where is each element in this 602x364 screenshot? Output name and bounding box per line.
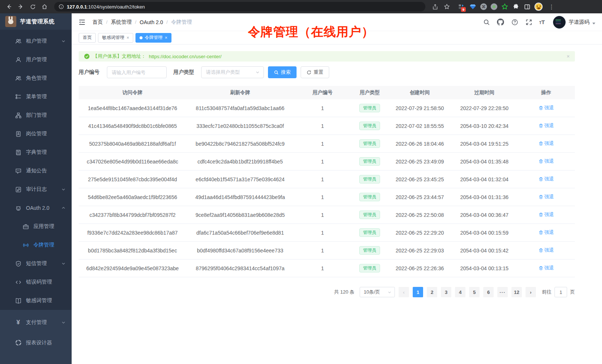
page-ellipsis[interactable]: ··· xyxy=(497,287,508,297)
token-broadcast-icon xyxy=(22,242,29,248)
page-button-6[interactable]: 6 xyxy=(483,287,494,297)
sidebar-item-0[interactable]: 租户管理 xyxy=(0,32,72,50)
user-type-badge: 管理员 xyxy=(359,264,380,272)
browser-forward-icon[interactable] xyxy=(16,1,26,12)
browser-back-icon[interactable] xyxy=(4,1,14,12)
trash-icon xyxy=(539,266,543,271)
user-menu[interactable]: 芋道源码 xyxy=(553,16,595,29)
browser-home-icon[interactable] xyxy=(39,1,50,12)
page-button-5[interactable]: 5 xyxy=(469,287,480,297)
sidebar-item-14[interactable]: 敏感词管理 xyxy=(0,291,72,310)
page-button-1[interactable]: 1 xyxy=(413,287,423,297)
action-cell: 强退 xyxy=(517,265,575,272)
sidebar-item-7[interactable]: 通知公告 xyxy=(0,162,72,180)
tab-2[interactable]: 令牌管理× xyxy=(135,33,171,43)
sidebar-item-1[interactable]: 用户管理 xyxy=(0,50,72,69)
share-icon[interactable] xyxy=(430,1,440,12)
sidebar-item-15[interactable]: ¥支付管理 xyxy=(0,312,72,332)
access-token-cell: c347026e805e4d99b0d116eae66eda8c xyxy=(79,159,186,165)
sidebar-item-2[interactable]: 角色管理 xyxy=(0,69,72,87)
user-type-cell: 管理员 xyxy=(351,246,388,254)
user-id-cell: 1 xyxy=(294,230,351,236)
search-button[interactable]: 搜索 xyxy=(268,66,297,78)
force-logout-button[interactable]: 强退 xyxy=(539,211,554,218)
puzzle-extensions-icon[interactable] xyxy=(512,3,520,10)
breadcrumb-oauth[interactable]: OAuth 2.0 xyxy=(140,19,163,25)
page-button-2[interactable]: 2 xyxy=(427,287,437,297)
force-logout-button[interactable]: 强退 xyxy=(539,193,554,200)
alert-label: 【用户体系】文档地址： xyxy=(93,53,146,60)
tab-0[interactable]: 首页 xyxy=(79,33,96,43)
github-icon[interactable] xyxy=(497,19,504,26)
sidebar-item-16[interactable]: 报表设计器 xyxy=(0,332,72,353)
force-logout-button[interactable]: 强退 xyxy=(539,105,554,111)
chevron-down-icon xyxy=(61,320,66,325)
breadcrumb-system[interactable]: 系统管理 xyxy=(111,19,132,26)
fullscreen-icon[interactable] xyxy=(525,19,533,26)
force-logout-button[interactable]: 强退 xyxy=(539,140,554,147)
address-bar[interactable]: 127.0.0.1:1024/system/oauth2/token xyxy=(54,2,425,11)
action-cell: 强退 xyxy=(517,229,575,236)
access-token-cell: 502375b8040a469a9b82188afdf6af1f xyxy=(79,141,186,147)
sidebar-item-3[interactable]: 菜单管理 xyxy=(0,87,72,106)
force-logout-button[interactable]: 强退 xyxy=(539,176,554,182)
search-icon[interactable] xyxy=(483,19,490,26)
sidebar-item-6[interactable]: 字典管理 xyxy=(0,143,72,162)
help-icon[interactable] xyxy=(511,19,518,26)
page-button-3[interactable]: 3 xyxy=(441,287,451,297)
sidepanel-icon[interactable] xyxy=(523,3,531,10)
prev-page-button[interactable]: ‹ xyxy=(399,287,409,297)
reset-button[interactable]: 重置 xyxy=(301,66,329,78)
alert-close-icon[interactable]: × xyxy=(567,53,570,59)
sidebar-item-8[interactable]: 审计日志 xyxy=(0,180,72,199)
chevron-down-icon xyxy=(255,70,260,75)
next-page-button[interactable]: › xyxy=(526,287,536,297)
breadcrumb-home[interactable]: 首页 xyxy=(92,19,103,26)
sidebar-item-10[interactable]: 应用管理 xyxy=(0,217,72,236)
bookmark-star-icon[interactable] xyxy=(442,1,452,12)
expire-time-cell: 2054-03-04 01:32:04 xyxy=(451,176,517,182)
user-type-select[interactable]: 请选择用户类型 xyxy=(201,66,264,78)
goto-page-input[interactable] xyxy=(554,287,567,297)
command-extension-icon[interactable]: ⌘ xyxy=(480,3,487,10)
profile-avatar-icon[interactable] xyxy=(534,3,543,11)
force-logout-button[interactable]: 强退 xyxy=(539,229,554,236)
created-time-cell: 2022-06-25 22:29:20 xyxy=(388,230,451,236)
browser-reload-icon[interactable] xyxy=(27,1,38,12)
tab-1[interactable]: 敏感词管理× xyxy=(98,33,133,43)
chevron-up-icon xyxy=(61,206,66,210)
page-button-12[interactable]: 12 xyxy=(511,287,522,297)
force-logout-button[interactable]: 强退 xyxy=(539,122,554,129)
tab-close-icon[interactable]: × xyxy=(127,36,129,40)
force-logout-button[interactable]: 强退 xyxy=(539,247,554,254)
app-logo[interactable]: 芋道管理系统 xyxy=(0,13,72,30)
pagination: 共 120 条 10条/页 ‹ 123456···12 › 前往 页 xyxy=(79,287,575,308)
user-id-input[interactable] xyxy=(107,66,167,78)
recorder-extension-icon[interactable] xyxy=(491,3,497,10)
force-logout-button[interactable]: 强退 xyxy=(539,265,554,271)
page-size-select[interactable]: 10条/页 xyxy=(360,287,395,297)
sidebar-collapse-icon[interactable] xyxy=(78,18,86,26)
doc-link[interactable]: https://doc.iocoder.cn/user-center/ xyxy=(149,54,222,59)
sidebar-item-9[interactable]: OAuth 2.0 xyxy=(0,199,72,217)
table-row: f9336e7c7dd242a283ee98dc86b17a87dfa6c71a… xyxy=(79,224,575,242)
chevron-down-icon xyxy=(61,187,66,192)
force-logout-button[interactable]: 强退 xyxy=(539,158,554,165)
sidebar-item-5[interactable]: 岗位管理 xyxy=(0,125,72,143)
site-info-icon[interactable] xyxy=(59,4,64,9)
sidebar-item-11[interactable]: 令牌管理 xyxy=(0,236,72,254)
sidebar-item-4[interactable]: 部门管理 xyxy=(0,106,72,125)
sidebar-item-12[interactable]: 短信管理 xyxy=(0,254,72,273)
column-header-5: 过期时间 xyxy=(451,89,517,96)
user-icon xyxy=(15,56,22,63)
tab-close-icon[interactable]: × xyxy=(165,36,167,40)
font-size-icon[interactable]: TT xyxy=(539,19,545,25)
user-id-cell: 1 xyxy=(294,248,351,254)
column-header-1: 刷新令牌 xyxy=(186,89,294,96)
page-button-4[interactable]: 4 xyxy=(455,287,465,297)
browser-menu-icon[interactable]: ⋮ xyxy=(546,1,557,12)
star-extension-icon[interactable] xyxy=(501,3,508,10)
gem-extension-icon[interactable] xyxy=(469,3,477,10)
extension-tabs-icon[interactable]: 9 xyxy=(458,3,465,10)
sidebar-item-13[interactable]: 错误码管理 xyxy=(0,273,72,291)
